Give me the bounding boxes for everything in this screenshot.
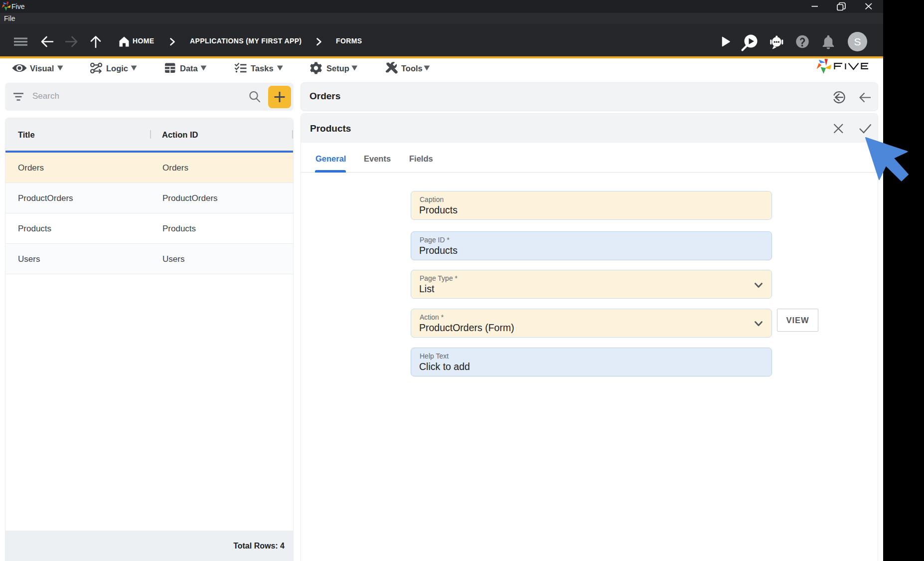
svg-text:S: S xyxy=(854,36,861,47)
